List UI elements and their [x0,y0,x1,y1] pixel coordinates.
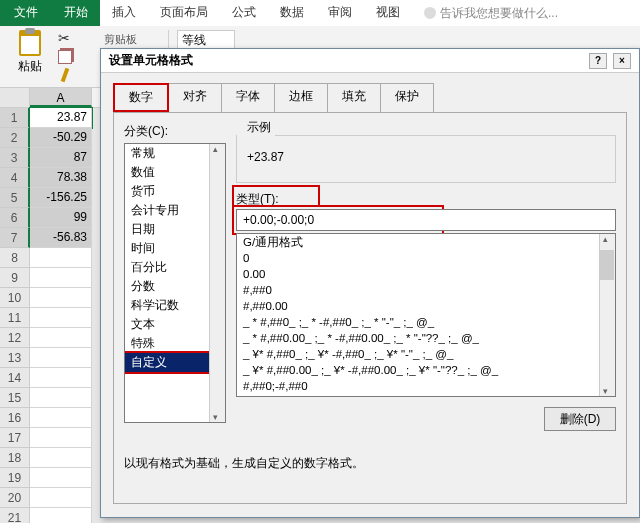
cell[interactable] [30,248,92,268]
cell[interactable]: 99 [30,208,92,228]
cell[interactable] [30,388,92,408]
type-list-item[interactable]: #,##0;[红色]-#,##0 [237,394,615,397]
col-header-a[interactable]: A [30,88,92,107]
row-header[interactable]: 13 [0,348,30,368]
dialog-help-button[interactable]: ? [589,53,607,69]
type-list-item[interactable]: _ ¥* #,##0.00_ ;_ ¥* -#,##0.00_ ;_ ¥* "-… [237,362,615,378]
dlg-tab-border[interactable]: 边框 [274,83,328,112]
cell[interactable]: 78.38 [30,168,92,188]
sample-value: +23.87 [237,144,615,170]
row-header[interactable]: 21 [0,508,30,523]
cell[interactable] [30,348,92,368]
paste-label: 粘贴 [18,58,42,75]
row-header[interactable]: 7 [0,228,30,248]
clipboard-icon [19,30,41,56]
cell[interactable] [30,328,92,348]
cell[interactable] [30,428,92,448]
dialog-body: 分类(C): 常规数值货币会计专用日期时间百分比分数科学记数文本特殊自定义 示例… [113,112,627,504]
cell[interactable] [30,308,92,328]
dialog-title-text: 设置单元格格式 [109,52,193,69]
row-header[interactable]: 15 [0,388,30,408]
hint-text: 以现有格式为基础，生成自定义的数字格式。 [124,455,364,472]
row-header[interactable]: 2 [0,128,30,148]
row-header[interactable]: 10 [0,288,30,308]
type-list-item[interactable]: #,##0 [237,282,615,298]
row-header[interactable]: 14 [0,368,30,388]
row-header[interactable]: 20 [0,488,30,508]
category-scrollbar[interactable] [209,144,225,422]
type-list-item[interactable]: G/通用格式 [237,234,615,250]
dlg-tab-protection[interactable]: 保护 [380,83,434,112]
delete-button[interactable]: 删除(D) [544,407,616,431]
cell[interactable]: 23.87 [30,108,92,128]
copy-icon[interactable] [58,50,72,64]
row-header[interactable]: 6 [0,208,30,228]
row-header[interactable]: 18 [0,448,30,468]
row-header[interactable]: 5 [0,188,30,208]
row-header[interactable]: 4 [0,168,30,188]
cell[interactable] [30,368,92,388]
tab-file[interactable]: 文件 [0,0,52,26]
cell[interactable] [30,288,92,308]
type-list-item[interactable]: _ * #,##0.00_ ;_ * -#,##0.00_ ;_ * "-"??… [237,330,615,346]
cut-icon[interactable]: ✂ [58,30,72,46]
type-list-scroll-thumb[interactable] [600,250,614,280]
type-list-item[interactable]: 0.00 [237,266,615,282]
dlg-tab-font[interactable]: 字体 [221,83,275,112]
cell[interactable]: -56.83 [30,228,92,248]
row-header[interactable]: 9 [0,268,30,288]
tab-insert[interactable]: 插入 [100,0,148,26]
cell[interactable] [30,468,92,488]
select-all-corner[interactable] [0,88,30,107]
tell-me-search[interactable]: 告诉我您想要做什么... [412,0,570,26]
cell[interactable]: 87 [30,148,92,168]
tab-formulas[interactable]: 公式 [220,0,268,26]
tell-me-label: 告诉我您想要做什么... [440,5,558,22]
sample-label: 示例 [243,119,275,136]
format-painter-icon[interactable] [61,68,70,83]
type-input[interactable] [236,209,616,231]
row-header[interactable]: 8 [0,248,30,268]
row-header[interactable]: 3 [0,148,30,168]
font-dropdown[interactable]: 等线 [177,30,235,50]
type-list-item[interactable]: #,##0.00 [237,298,615,314]
bulb-icon [424,7,436,19]
type-list-item[interactable]: 0 [237,250,615,266]
row-header[interactable]: 11 [0,308,30,328]
format-cells-dialog: 设置单元格格式 ? × 数字 对齐 字体 边框 填充 保护 分类(C): 常规数… [100,48,640,518]
sample-box: 示例 +23.87 [236,127,616,183]
font-name: 等线 [182,32,206,49]
paste-button[interactable]: 粘贴 [18,30,42,75]
type-list[interactable]: G/通用格式00.00#,##0#,##0.00_ * #,##0_ ;_ * … [236,233,616,397]
category-list[interactable]: 常规数值货币会计专用日期时间百分比分数科学记数文本特殊自定义 [124,143,226,423]
row-header[interactable]: 16 [0,408,30,428]
row-header[interactable]: 12 [0,328,30,348]
tab-review[interactable]: 审阅 [316,0,364,26]
dlg-tab-fill[interactable]: 填充 [327,83,381,112]
type-list-item[interactable]: _ * #,##0_ ;_ * -#,##0_ ;_ * "-"_ ;_ @_ [237,314,615,330]
clipboard-group-label: 剪贴板 [104,32,137,47]
cell[interactable]: -50.29 [30,128,92,148]
cell[interactable] [30,488,92,508]
ribbon-tabs: 文件 开始 插入 页面布局 公式 数据 审阅 视图 告诉我您想要做什么... [0,0,640,26]
dlg-tab-number[interactable]: 数字 [113,83,169,112]
tab-data[interactable]: 数据 [268,0,316,26]
dialog-close-button[interactable]: × [613,53,631,69]
cell[interactable] [30,508,92,523]
type-list-item[interactable]: _ ¥* #,##0_ ;_ ¥* -#,##0_ ;_ ¥* "-"_ ;_ … [237,346,615,362]
dialog-titlebar[interactable]: 设置单元格格式 ? × [101,49,639,73]
dlg-tab-alignment[interactable]: 对齐 [168,83,222,112]
row-header[interactable]: 17 [0,428,30,448]
cell[interactable] [30,448,92,468]
row-header[interactable]: 1 [0,108,30,128]
cell[interactable] [30,408,92,428]
cell[interactable]: -156.25 [30,188,92,208]
tab-home[interactable]: 开始 [52,0,100,26]
tab-view[interactable]: 视图 [364,0,412,26]
dialog-tablist: 数字 对齐 字体 边框 填充 保护 [101,73,639,112]
tab-page-layout[interactable]: 页面布局 [148,0,220,26]
cell[interactable] [30,268,92,288]
type-list-item[interactable]: #,##0;-#,##0 [237,378,615,394]
row-header[interactable]: 19 [0,468,30,488]
